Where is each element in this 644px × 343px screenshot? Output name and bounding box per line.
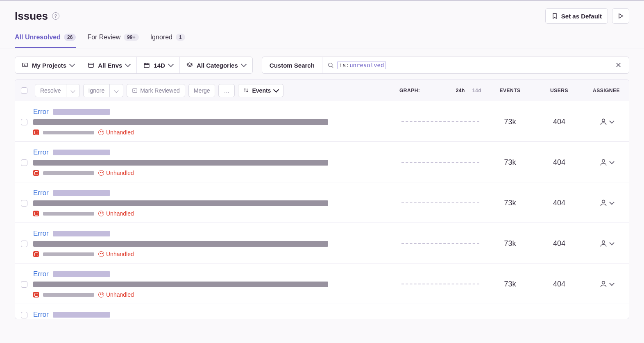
redacted-text bbox=[43, 293, 94, 297]
table-row[interactable]: Error Unhandled 73k 404 bbox=[15, 142, 629, 182]
project-icon bbox=[22, 62, 28, 68]
table-row[interactable]: Error Unhandled 73k 404 bbox=[15, 182, 629, 223]
unhandled-tag: Unhandled bbox=[98, 291, 134, 298]
table-row[interactable]: Error Unhandled 73k 404 bbox=[15, 263, 629, 304]
issue-title[interactable]: Error bbox=[33, 311, 49, 319]
bulk-actions: Resolve Ignore Mark Reviewed Merge … Eve… bbox=[33, 84, 395, 97]
row-checkbox[interactable] bbox=[21, 312, 27, 318]
issue-summary: Error Unhandled bbox=[33, 189, 395, 217]
chevron-down-icon bbox=[609, 240, 615, 245]
search-query-key: is: bbox=[339, 62, 349, 68]
chevron-down-icon bbox=[609, 118, 615, 124]
issue-title[interactable]: Error bbox=[33, 189, 49, 197]
tab-label: Ignored bbox=[150, 34, 172, 41]
search-bar: Custom Search is:unresolved ✕ bbox=[262, 57, 629, 74]
set-default-button[interactable]: Set as Default bbox=[545, 8, 608, 24]
filter-projects[interactable]: My Projects bbox=[15, 57, 81, 73]
ignore-more-button[interactable] bbox=[110, 84, 123, 97]
more-actions-button[interactable]: … bbox=[218, 84, 235, 97]
row-checkbox[interactable] bbox=[21, 281, 27, 288]
filter-envs[interactable]: All Envs bbox=[81, 57, 136, 73]
assignee-header: ASSIGNEE bbox=[584, 88, 629, 93]
chevron-down-icon bbox=[609, 200, 615, 205]
search-query-value: unresolved bbox=[349, 62, 384, 68]
row-checkbox[interactable] bbox=[21, 119, 27, 125]
issue-summary: Error Unhandled bbox=[33, 229, 395, 257]
redacted-text bbox=[43, 171, 94, 175]
graph-header: GRAPH: 24h 14d bbox=[395, 88, 485, 93]
person-icon bbox=[599, 118, 608, 126]
bookmark-icon bbox=[551, 13, 558, 19]
chevron-down-icon bbox=[168, 61, 174, 67]
custom-search-label[interactable]: Custom Search bbox=[262, 57, 322, 73]
person-icon bbox=[599, 158, 608, 166]
svg-rect-4 bbox=[144, 63, 149, 68]
select-all-checkbox[interactable] bbox=[21, 87, 27, 94]
row-checkbox[interactable] bbox=[21, 200, 27, 207]
events-count: 73k bbox=[485, 158, 535, 167]
redacted-text bbox=[53, 271, 110, 277]
checklist-icon bbox=[132, 88, 138, 93]
chevron-down-icon bbox=[70, 88, 75, 93]
search-input[interactable] bbox=[389, 62, 610, 68]
graph-range-14d[interactable]: 14d bbox=[472, 88, 481, 93]
skull-icon bbox=[98, 211, 104, 216]
issue-title[interactable]: Error bbox=[33, 229, 49, 238]
filter-bar: My Projects All Envs 14D All Categories … bbox=[0, 48, 644, 80]
graph-range-24h[interactable]: 24h bbox=[456, 88, 465, 93]
issue-title[interactable]: Error bbox=[33, 270, 49, 278]
issues-table: Resolve Ignore Mark Reviewed Merge … Eve… bbox=[15, 80, 629, 319]
issue-title[interactable]: Error bbox=[33, 148, 49, 157]
events-count: 73k bbox=[485, 118, 535, 126]
play-button[interactable] bbox=[612, 8, 629, 24]
tab-count-badge: 26 bbox=[64, 34, 76, 41]
row-checkbox[interactable] bbox=[21, 241, 27, 247]
merge-button[interactable]: Merge bbox=[188, 84, 215, 97]
assignee-picker[interactable] bbox=[584, 158, 629, 166]
assignee-picker[interactable] bbox=[584, 239, 629, 248]
assignee-picker[interactable] bbox=[584, 118, 629, 126]
events-count: 73k bbox=[485, 239, 535, 248]
assignee-picker[interactable] bbox=[584, 199, 629, 207]
resolve-button[interactable]: Resolve bbox=[35, 84, 66, 97]
events-count: 73k bbox=[485, 280, 535, 288]
tab-all-unresolved[interactable]: All Unresolved26 bbox=[15, 34, 76, 48]
tab-count-badge: 1 bbox=[176, 34, 185, 41]
filter-time[interactable]: 14D bbox=[136, 57, 179, 73]
search-query-token[interactable]: is:unresolved bbox=[337, 61, 386, 69]
page-title: Issues bbox=[15, 10, 48, 23]
table-row[interactable]: Error Unhandled 73k 404 bbox=[15, 223, 629, 263]
issue-summary: Error Unhandled bbox=[33, 270, 395, 298]
person-icon bbox=[599, 199, 608, 207]
person-icon bbox=[599, 239, 608, 248]
project-badge-icon bbox=[33, 129, 39, 135]
filter-categories[interactable]: All Categories bbox=[179, 57, 252, 73]
ignore-button[interactable]: Ignore bbox=[83, 84, 110, 97]
table-row[interactable]: Error bbox=[15, 304, 629, 319]
row-checkbox[interactable] bbox=[21, 159, 27, 166]
tab-for-review[interactable]: For Review99+ bbox=[87, 34, 138, 48]
project-badge-icon bbox=[33, 251, 39, 257]
page-header: Issues ? Set as Default bbox=[0, 1, 644, 26]
search-icon bbox=[327, 62, 334, 68]
issue-description bbox=[33, 282, 328, 287]
tab-ignored[interactable]: Ignored1 bbox=[150, 34, 185, 48]
svg-point-15 bbox=[602, 241, 605, 243]
person-icon bbox=[599, 280, 608, 288]
users-count: 404 bbox=[535, 239, 584, 248]
play-icon bbox=[617, 13, 624, 19]
clear-search-icon[interactable]: ✕ bbox=[613, 61, 624, 70]
assignee-picker[interactable] bbox=[584, 280, 629, 288]
redacted-text bbox=[53, 109, 110, 115]
issue-summary: Error Unhandled bbox=[33, 148, 395, 176]
chevron-down-icon bbox=[241, 61, 247, 67]
sort-button[interactable]: Events bbox=[238, 84, 283, 97]
table-row[interactable]: Error Unhandled 73k 404 bbox=[15, 101, 629, 142]
users-count: 404 bbox=[535, 158, 584, 167]
help-icon[interactable]: ? bbox=[52, 12, 59, 20]
issue-title[interactable]: Error bbox=[33, 108, 49, 116]
resolve-more-button[interactable] bbox=[66, 84, 80, 97]
tab-label: For Review bbox=[87, 34, 120, 41]
sparkline bbox=[395, 121, 485, 122]
mark-reviewed-button[interactable]: Mark Reviewed bbox=[127, 84, 185, 97]
